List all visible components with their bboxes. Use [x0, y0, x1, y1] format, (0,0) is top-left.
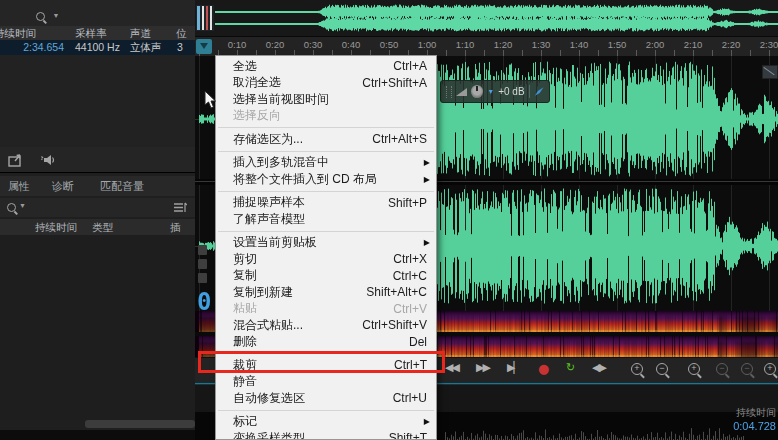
menu-item-8[interactable]: 将整个文件插入到 CD 布局▶ — [216, 171, 436, 188]
markers-search-input[interactable]: ▼ — [0, 198, 195, 217]
zoom-out-full-icon[interactable]: − — [741, 363, 753, 375]
hud-volume-control[interactable]: ▼ +0 dB — [440, 80, 550, 103]
menu-item-shortcut: Ctrl+X — [393, 252, 427, 266]
play-to-end-icon[interactable]: ▶▏ — [507, 361, 520, 374]
menu-item-16[interactable]: 复制到新建Shift+Alt+C — [216, 284, 436, 301]
ruler-label: 0:20 — [266, 39, 285, 50]
panel-tabs: 属性 诊断 匹配音量 — [0, 176, 195, 196]
ruler-label: 1:00 — [418, 39, 437, 50]
menu-item-2[interactable]: 选择当前视图时间 — [216, 91, 436, 108]
files-panel-footer — [0, 147, 195, 172]
files-panel: ▼ 持续时间 采样率 声道 位 2:34.654 44100 Hz 立体声 3 — [0, 0, 195, 173]
fade-ramp-icon — [456, 88, 467, 96]
overview-waveform-canvas[interactable] — [215, 1, 778, 35]
menu-item-7[interactable]: 插入到多轨混音中▶ — [216, 155, 436, 172]
scrollbar-bit[interactable] — [198, 273, 207, 283]
column-header[interactable]: 持续时间 — [35, 219, 77, 235]
search-icon — [36, 12, 45, 21]
menu-item-shortcut: Ctrl+Shift+A — [362, 76, 427, 90]
menu-item-label: 全选 — [233, 58, 393, 75]
list-options-icon[interactable] — [174, 202, 187, 213]
rewind-icon[interactable]: ◀◀ — [445, 361, 458, 374]
column-header[interactable]: 位 — [176, 26, 187, 40]
menu-item-label: 将整个文件插入到 CD 布局 — [233, 171, 427, 188]
zoom-out-time-icon[interactable]: − — [656, 363, 668, 375]
menu-item-10[interactable]: 捕捉噪声样本Shift+P — [216, 195, 436, 212]
menu-item-5[interactable]: 存储选区为...Ctrl+Alt+S — [216, 131, 436, 148]
gain-value-label[interactable]: +0 dB — [498, 86, 524, 97]
panel-options-icon[interactable] — [762, 65, 778, 79]
column-header[interactable]: 类型 — [92, 219, 113, 235]
menu-item-shortcut: Shift+Alt+C — [366, 285, 427, 299]
submenu-arrow-icon: ▶ — [424, 175, 430, 184]
menu-item-11[interactable]: 了解声音模型 — [216, 211, 436, 228]
menu-item-0[interactable]: 全选Ctrl+A — [216, 58, 436, 75]
menu-item-22[interactable]: 静音 — [216, 374, 436, 391]
submenu-arrow-icon: ▶ — [424, 417, 430, 426]
horizontal-scrollbar[interactable] — [85, 420, 195, 428]
file-channels: 立体声 — [130, 40, 162, 55]
context-menu: 全选Ctrl+A取消全选Ctrl+Shift+A选择当前视图时间选择反向存储选区… — [215, 55, 437, 440]
timeline-ruler[interactable]: 0:100:200:300:400:501:001:101:201:301:40… — [195, 37, 778, 56]
column-header[interactable]: 插 — [170, 219, 181, 235]
zoom-in-selection-icon[interactable]: + — [688, 363, 700, 375]
menu-item-19[interactable]: 删除Del — [216, 334, 436, 351]
zoom-in-time-icon[interactable]: + — [631, 363, 643, 375]
column-header[interactable]: 持续时间 — [0, 26, 36, 40]
ruler-label: 2:30 — [760, 39, 778, 50]
files-search-input[interactable]: ▼ — [36, 7, 56, 25]
menu-item-15[interactable]: 复制Ctrl+C — [216, 268, 436, 285]
menu-item-26[interactable]: 变换采样类型...Shift+T — [216, 430, 436, 440]
menu-item-23[interactable]: 自动修复选区Ctrl+U — [216, 390, 436, 407]
tab-properties[interactable]: 属性 — [8, 176, 30, 196]
ruler-label: 1:30 — [532, 39, 551, 50]
menu-item-label: 标记 — [233, 413, 427, 430]
menu-item-25[interactable]: 标记▶ — [216, 414, 436, 431]
scrub-icon[interactable]: ◀▶ — [592, 361, 605, 374]
audition-app-window: ▼ 持续时间 采样率 声道 位 2:34.654 44100 Hz 立体声 3 — [0, 0, 778, 440]
tab-match-loudness[interactable]: 匹配音量 — [100, 176, 144, 196]
menu-item-shortcut: Ctrl+Alt+S — [372, 132, 427, 146]
export-icon[interactable] — [8, 153, 23, 167]
lower-left-panel: 属性 诊断 匹配音量 ▼ 持续时间 类型 插 — [0, 173, 195, 430]
hud-grip-icon[interactable] — [446, 86, 452, 98]
speaker-icon[interactable] — [39, 153, 55, 167]
menu-item-shortcut: Del — [409, 335, 427, 349]
menu-item-label: 选择当前视图时间 — [233, 91, 427, 108]
menu-item-shortcut: Ctrl+Shift+V — [362, 318, 427, 332]
menu-item-shortcut: Shift+T — [389, 431, 427, 440]
tab-diagnostics[interactable]: 诊断 — [52, 176, 74, 196]
hud-divider — [529, 85, 530, 98]
ruler-label: 1:40 — [570, 39, 589, 50]
ruler-label: 1:20 — [494, 39, 513, 50]
loop-playback-icon[interactable]: ↻ — [566, 361, 573, 374]
zoom-out-selection-icon[interactable]: − — [716, 363, 728, 375]
ruler-label: 2:20 — [722, 39, 741, 50]
annotation-highlight-box — [198, 351, 445, 373]
menu-item-14[interactable]: 剪切Ctrl+X — [216, 251, 436, 268]
menu-item-label: 复制 — [233, 267, 393, 284]
menu-item-label: 设置当前剪贴板 — [233, 234, 427, 251]
ruler-handle[interactable] — [196, 39, 212, 54]
menu-item-13[interactable]: 设置当前剪贴板▶ — [216, 235, 436, 252]
record-icon[interactable]: ● — [538, 361, 547, 376]
fast-forward-icon[interactable]: ▶▶ — [476, 361, 489, 374]
menu-item-18[interactable]: 混合式粘贴...Ctrl+Shift+V — [216, 317, 436, 334]
ruler-label: 0:10 — [228, 39, 247, 50]
file-row-selected[interactable]: 2:34.654 44100 Hz 立体声 3 — [0, 40, 195, 55]
menu-item-1[interactable]: 取消全选Ctrl+Shift+A — [216, 75, 436, 92]
submenu-arrow-icon: ▶ — [424, 158, 430, 167]
scrollbar-bit[interactable] — [198, 259, 207, 269]
column-header[interactable]: 采样率 — [75, 26, 107, 40]
ruler-label: 1:10 — [456, 39, 475, 50]
overview-navigator[interactable] — [195, 0, 778, 37]
ruler-label: 0:50 — [380, 39, 399, 50]
gain-knob-icon[interactable] — [471, 85, 483, 98]
scrollbar-bit[interactable] — [198, 245, 207, 255]
column-header[interactable]: 声道 — [130, 26, 151, 40]
ruler-label: 0:30 — [304, 39, 323, 50]
selection-duration-value: 0:04.728 — [733, 420, 776, 432]
menu-item-label: 剪切 — [233, 251, 393, 268]
zoom-in-point-icon[interactable]: + — [764, 363, 776, 375]
pin-icon[interactable] — [534, 86, 544, 97]
